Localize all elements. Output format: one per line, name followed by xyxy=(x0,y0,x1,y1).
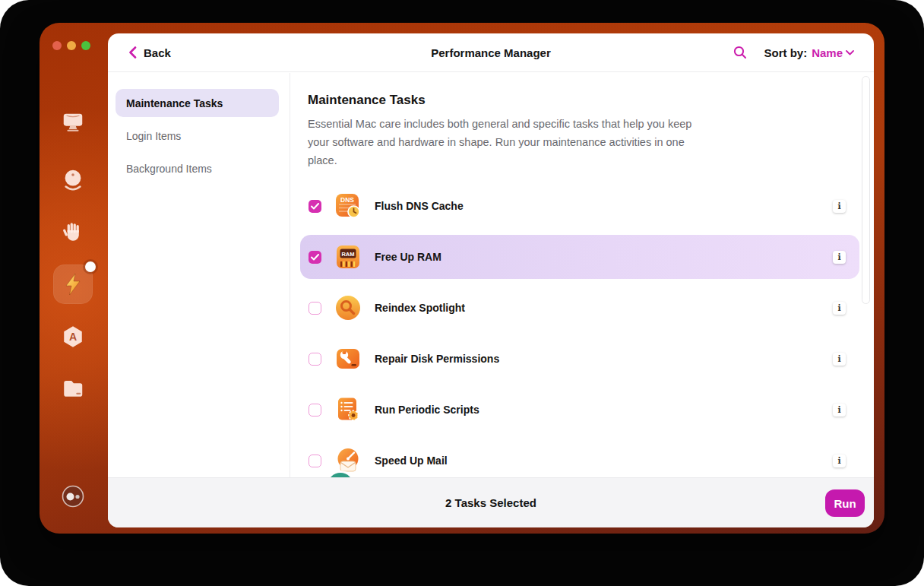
task-checkbox[interactable] xyxy=(309,251,321,264)
search-icon[interactable] xyxy=(733,46,747,59)
info-icon[interactable] xyxy=(833,404,846,417)
svg-text:DNS: DNS xyxy=(340,196,354,204)
info-icon[interactable] xyxy=(833,455,846,467)
ram-chip-icon: RAM xyxy=(334,242,362,271)
nav-item-maintenance-tasks[interactable]: Maintenance Tasks xyxy=(115,89,279,117)
info-icon[interactable] xyxy=(833,353,846,366)
info-icon[interactable] xyxy=(833,200,846,213)
sort-by-control[interactable]: Sort by: Name xyxy=(764,46,854,59)
task-row-reindex-spotlight[interactable]: Reindex Spotlight xyxy=(300,286,859,330)
dns-cache-icon: DNS xyxy=(334,192,362,220)
chevron-down-icon xyxy=(846,50,854,55)
task-checkbox[interactable] xyxy=(309,404,321,417)
minimize-button[interactable] xyxy=(67,41,76,50)
task-list: DNS Flush DNS Cache xyxy=(300,184,874,483)
task-label: Flush DNS Cache xyxy=(375,200,464,212)
my-clutter-folder-icon[interactable] xyxy=(59,375,87,402)
nav-item-label: Background Items xyxy=(126,163,212,175)
task-row-repair-disk-permissions[interactable]: Repair Disk Permissions xyxy=(300,337,859,381)
mail-speedometer-icon xyxy=(334,446,362,475)
footer-bar: 2 Tasks Selected Run xyxy=(108,477,874,527)
protection-hand-icon[interactable] xyxy=(59,218,87,245)
svg-text:A: A xyxy=(69,331,77,343)
sort-value: Name xyxy=(812,46,843,59)
applications-icon[interactable]: A xyxy=(59,323,87,350)
task-checkbox[interactable] xyxy=(309,353,321,366)
task-checkbox[interactable] xyxy=(309,455,321,467)
nav-item-label: Login Items xyxy=(126,130,181,142)
window-controls xyxy=(52,41,90,50)
screenshot-stage: A Back xyxy=(0,0,924,586)
task-row-free-up-ram[interactable]: RAM Free Up RAM xyxy=(300,235,859,279)
section-description: Essential Mac care includes both general… xyxy=(308,115,694,169)
nav-item-label: Maintenance Tasks xyxy=(126,97,223,109)
nav-item-background-items[interactable]: Background Items xyxy=(115,154,279,182)
task-label: Free Up RAM xyxy=(375,251,441,263)
disk-wrench-icon xyxy=(334,344,362,373)
zoom-button[interactable] xyxy=(81,41,90,50)
section-nav: Maintenance Tasks Login Items Background… xyxy=(108,73,290,477)
task-checkbox[interactable] xyxy=(309,200,321,213)
nav-item-login-items[interactable]: Login Items xyxy=(115,122,279,150)
smart-care-orb-icon[interactable] xyxy=(59,166,87,194)
task-label: Speed Up Mail xyxy=(375,455,448,467)
run-button[interactable]: Run xyxy=(825,489,865,517)
scrollbar-thumb[interactable] xyxy=(862,76,870,304)
main-content: Maintenance Tasks Essential Mac care inc… xyxy=(290,73,874,477)
assistant-icon[interactable] xyxy=(59,483,87,510)
task-label: Repair Disk Permissions xyxy=(375,353,499,365)
notification-dot xyxy=(85,261,96,272)
sort-by-label: Sort by: xyxy=(764,46,807,59)
app-window: A Back xyxy=(40,23,884,534)
tasks-selected-status: 2 Tasks Selected xyxy=(108,496,874,509)
close-button[interactable] xyxy=(52,41,62,50)
svg-text:RAM: RAM xyxy=(341,251,354,258)
section-heading: Maintenance Tasks xyxy=(308,93,874,108)
task-row-speed-up-mail[interactable]: Speed Up Mail xyxy=(300,439,859,483)
card-header: Back Performance Manager Sort by: Name xyxy=(108,33,874,72)
performance-bolt-icon[interactable] xyxy=(59,271,87,298)
content-card: Back Performance Manager Sort by: Name xyxy=(108,33,874,527)
info-icon[interactable] xyxy=(833,251,846,264)
task-row-run-periodic-scripts[interactable]: Run Periodic Scripts xyxy=(300,388,859,432)
task-label: Run Periodic Scripts xyxy=(375,404,479,416)
task-row-flush-dns-cache[interactable]: DNS Flush DNS Cache xyxy=(300,184,859,228)
task-checkbox[interactable] xyxy=(309,302,321,315)
script-gear-icon xyxy=(334,395,362,424)
cleanup-display-icon[interactable] xyxy=(59,108,87,135)
info-icon[interactable] xyxy=(833,302,846,315)
task-label: Reindex Spotlight xyxy=(375,302,465,314)
spotlight-magnifier-icon xyxy=(334,293,362,322)
